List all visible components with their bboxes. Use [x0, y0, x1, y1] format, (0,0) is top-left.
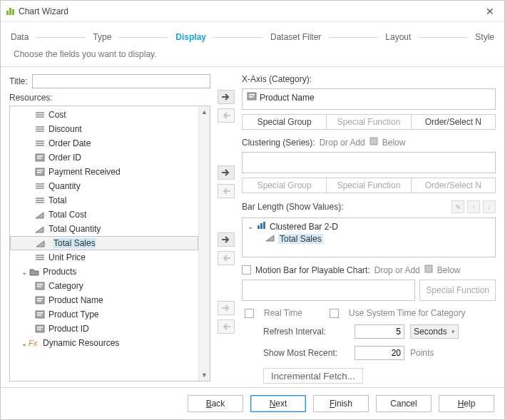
num-icon: [34, 124, 46, 134]
tree-item-label: Discount: [49, 124, 82, 134]
resources-label: Resources:: [9, 93, 210, 103]
scroll-down-icon[interactable]: ▼: [199, 369, 210, 381]
step-display[interactable]: Display: [175, 32, 206, 42]
svg-rect-13: [37, 170, 43, 171]
add-to-xaxis-button[interactable]: [218, 90, 235, 104]
step-layout[interactable]: Layout: [385, 32, 411, 42]
motion-options-row: Real Time Use System Time for Category: [245, 308, 496, 318]
tree-item[interactable]: Product ID: [10, 322, 198, 336]
resources-scrollbar[interactable]: ▲ ▼: [198, 106, 210, 381]
tree-item[interactable]: Total: [10, 193, 198, 208]
xaxis-dropzone[interactable]: Product Name: [242, 88, 496, 110]
svg-rect-32: [37, 314, 41, 316]
tree-item[interactable]: Unit Price: [10, 250, 198, 265]
step-data[interactable]: Data: [11, 32, 29, 42]
barlength-dropzone[interactable]: ⌄ Clustered Bar 2-D Total Sales: [242, 217, 496, 257]
next-button[interactable]: Next: [250, 395, 306, 412]
motion-checkbox[interactable]: [242, 265, 251, 275]
xaxis-item[interactable]: Product Name: [247, 92, 491, 103]
help-button[interactable]: Help: [439, 395, 494, 412]
fx-icon: Fx: [29, 338, 40, 348]
realtime-checkbox[interactable]: [245, 309, 254, 318]
remove-from-barlength-button[interactable]: [218, 251, 235, 265]
clustering-special-group-button[interactable]: Special Group: [242, 178, 327, 193]
barlength-group[interactable]: ⌄ Clustered Bar 2-D: [247, 221, 491, 232]
tree-item-label: Product ID: [49, 324, 89, 334]
right-column: X-Axis (Category): Product Name Special …: [242, 74, 496, 381]
refresh-row: Refresh Interval: Seconds ▾: [263, 324, 496, 339]
tree-item[interactable]: Quantity: [10, 179, 198, 193]
title-bar: Chart Wizard ✕: [1, 1, 504, 22]
tree-item[interactable]: ⌄FxDynamic Resources: [10, 336, 198, 350]
tree-item[interactable]: Cost: [10, 108, 198, 122]
step-style[interactable]: Style: [475, 32, 494, 42]
chart-wizard-window: Chart Wizard ✕ Data Type Display Dataset…: [0, 0, 505, 420]
xaxis-order-select-button[interactable]: Order/Select N: [412, 114, 496, 130]
svg-rect-42: [260, 223, 262, 229]
refresh-unit-select[interactable]: Seconds ▾: [410, 324, 459, 339]
back-button[interactable]: Back: [188, 395, 243, 412]
show-most-recent-input[interactable]: [354, 346, 404, 360]
tree-item-label: Payment Received: [49, 167, 121, 177]
close-button[interactable]: ✕: [481, 4, 499, 19]
svg-rect-28: [37, 298, 43, 299]
clustering-order-select-button[interactable]: Order/Select N: [412, 178, 496, 193]
tree-item[interactable]: Order ID: [10, 150, 198, 165]
svg-rect-38: [249, 94, 255, 96]
incremental-fetch-button[interactable]: Incremental Fetch...: [263, 368, 363, 384]
app-logo-icon: [6, 8, 14, 15]
tree-item[interactable]: Total Quantity: [10, 222, 198, 236]
tree-item[interactable]: Product Type: [10, 307, 198, 322]
txt-icon: [34, 153, 46, 163]
step-dataset-filter[interactable]: Dataset Filter: [270, 32, 321, 42]
tree-item[interactable]: ⌄Products: [10, 265, 198, 279]
barlength-label-row: Bar Length (Show Values): ✎ ↑ ↓: [242, 200, 496, 213]
edit-icon[interactable]: ✎: [452, 200, 464, 213]
tree-item[interactable]: Order Date: [10, 136, 198, 150]
add-to-motion-button[interactable]: [218, 301, 235, 315]
tree-item[interactable]: Product Name: [10, 293, 198, 307]
step-type[interactable]: Type: [93, 32, 111, 42]
tree-item-label: Dynamic Resources: [43, 338, 119, 348]
clustering-special-function-button[interactable]: Special Function: [327, 178, 411, 193]
barlength-item[interactable]: Total Sales: [247, 233, 491, 244]
clustering-dropzone[interactable]: [242, 152, 496, 173]
motion-dropzone[interactable]: [242, 280, 415, 301]
xaxis-special-function-button[interactable]: Special Function: [327, 114, 411, 130]
system-time-checkbox[interactable]: [330, 309, 339, 318]
move-up-icon[interactable]: ↑: [467, 200, 480, 213]
motion-hint-2: Below: [437, 265, 461, 275]
show-most-recent-label: Show Most Recent:: [263, 348, 349, 358]
remove-from-clustering-button[interactable]: [218, 184, 235, 198]
expander-icon[interactable]: ⌄: [247, 222, 254, 230]
tree-item[interactable]: Category: [10, 279, 198, 293]
scroll-up-icon[interactable]: ▲: [199, 106, 210, 118]
finish-button[interactable]: Finish: [313, 395, 369, 412]
tree-item-label: Product Type: [49, 309, 99, 319]
arrow-left-icon: [221, 188, 231, 195]
xaxis-special-group-button[interactable]: Special Group: [242, 114, 327, 130]
expander-icon[interactable]: ⌄: [20, 339, 29, 347]
refresh-interval-input[interactable]: [354, 324, 404, 339]
tree-item[interactable]: Payment Received: [10, 165, 198, 179]
tree-item-label: Order ID: [49, 153, 81, 163]
resources-tree-scroll[interactable]: CostDiscountOrder DateOrder IDPayment Re…: [10, 106, 198, 381]
title-label: Title:: [9, 76, 28, 86]
move-down-icon[interactable]: ↓: [483, 200, 496, 213]
cancel-button[interactable]: Cancel: [376, 395, 432, 412]
title-input[interactable]: [32, 74, 210, 88]
tree-item[interactable]: Total Sales: [10, 236, 198, 250]
text-field-icon: [247, 92, 257, 103]
add-to-barlength-button[interactable]: [218, 232, 235, 247]
arrow-left-icon: [221, 255, 231, 262]
txt-icon: [34, 281, 46, 291]
db-icon: [369, 137, 378, 148]
num-icon: [34, 138, 46, 148]
tree-item[interactable]: Discount: [10, 122, 198, 136]
tree-item[interactable]: Total Cost: [10, 208, 198, 222]
remove-from-xaxis-button[interactable]: [218, 108, 235, 123]
expander-icon[interactable]: ⌄: [20, 268, 29, 276]
remove-from-motion-button[interactable]: [218, 319, 235, 334]
motion-special-function-button[interactable]: Special Function: [419, 280, 496, 301]
add-to-clustering-button[interactable]: [218, 165, 235, 180]
